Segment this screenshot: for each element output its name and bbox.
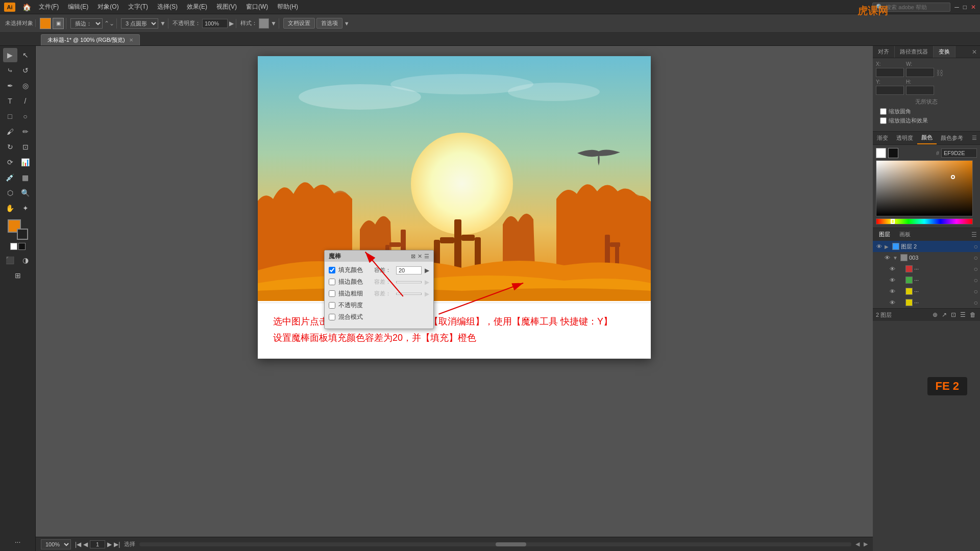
eraser-tool[interactable]: ⬡ (3, 186, 17, 200)
tolerance-increment[interactable]: ▶ (425, 267, 429, 274)
brush-select[interactable]: 3 点圆形 (121, 18, 158, 29)
line-tool[interactable]: / (18, 94, 33, 108)
right-panel-close[interactable]: ✕ (969, 48, 980, 56)
scrollbar-thumb[interactable] (496, 542, 526, 546)
stroke-color-checkbox[interactable] (329, 279, 335, 285)
pencil-tool[interactable]: ✏ (18, 124, 33, 139)
eye-icon-layer2[interactable]: 👁 (875, 243, 883, 249)
artboard-tool[interactable]: ⊞ (11, 268, 25, 283)
select-tool[interactable]: ▶ (3, 48, 17, 62)
layers-tab[interactable]: 图层 (876, 230, 893, 239)
doc-settings-btn[interactable]: 文档设置 (283, 18, 315, 29)
screen-mode-btn[interactable]: ⬛ (3, 253, 17, 267)
layers-menu-btn[interactable]: ☰ (971, 231, 977, 238)
hand-tool[interactable]: ✋ (3, 201, 17, 215)
eyedropper-tool[interactable]: 💉 (3, 170, 17, 185)
anchor-tool[interactable]: ◎ (18, 79, 33, 93)
color-white-swatch[interactable] (876, 148, 886, 158)
scale-tool[interactable]: ⊡ (18, 140, 33, 154)
stroke-color-swatch[interactable]: ▣ (53, 18, 64, 29)
panel-menu-btn[interactable]: ☰ (424, 253, 429, 260)
scale-stroke-checkbox[interactable] (880, 117, 887, 124)
w-input[interactable] (906, 68, 934, 77)
tab-align[interactable]: 对齐 (873, 46, 895, 58)
color-picker-cursor[interactable] (951, 175, 955, 179)
h-scrollbar[interactable] (139, 542, 851, 546)
menu-help[interactable]: 帮助(H) (273, 2, 302, 12)
direct-select-tool[interactable]: ↖ (18, 48, 33, 62)
mode-select[interactable]: 插边： (70, 18, 103, 29)
hue-slider[interactable] (876, 218, 973, 224)
menu-edit[interactable]: 编辑(E) (64, 2, 92, 12)
h-input[interactable] (906, 86, 934, 95)
brush-menu-icon[interactable]: ▼ (160, 20, 166, 27)
layers-settings-btn[interactable]: ☰ (959, 310, 967, 319)
tab-gradient[interactable]: 渐变 (873, 132, 892, 144)
search-bar[interactable]: 🔍 (872, 3, 950, 12)
opacity-input[interactable] (202, 19, 228, 28)
x-input[interactable] (876, 68, 904, 77)
magic-wand-tool[interactable]: ✦ (18, 201, 33, 215)
type-tool[interactable]: T (3, 94, 17, 108)
eye-icon-yellow[interactable]: 👁 (888, 288, 896, 294)
prefs-arrow[interactable]: ▼ (344, 20, 350, 27)
preferences-btn[interactable]: 首选项 (316, 18, 342, 29)
zoom-tool[interactable]: 🔍 (18, 186, 33, 200)
expand-icon-layer2[interactable]: ▶ (885, 244, 891, 249)
layer-row-003[interactable]: 👁 ▼ 003 ○ (873, 252, 980, 263)
document-tab[interactable]: 未标题-1* @ 100% (RGB/预览) ✕ (41, 34, 140, 45)
gradient-tool[interactable]: ▦ (18, 170, 33, 185)
color-spectrum[interactable] (876, 160, 973, 216)
menu-window[interactable]: 窗口(W) (242, 2, 272, 12)
last-page-btn[interactable]: ▶| (114, 541, 120, 548)
canvas-container[interactable]: 魔棒 ⊠ ✕ ☰ 填充颜色 容差： (36, 46, 873, 537)
menu-effect[interactable]: 效果(E) (183, 2, 211, 12)
minimize-icon[interactable]: ─ (954, 4, 959, 11)
tab-transparency[interactable]: 透明度 (892, 132, 917, 144)
new-layer-btn[interactable]: ⊕ (932, 310, 939, 319)
color-panel-menu[interactable]: ☰ (969, 135, 980, 141)
magic-panel-header[interactable]: 魔棒 ⊠ ✕ ☰ (325, 251, 433, 262)
panel-resize-btn[interactable]: ⊠ (411, 253, 415, 260)
tab-close-btn[interactable]: ✕ (129, 37, 133, 43)
close-icon[interactable]: ✕ (971, 4, 976, 11)
menu-file[interactable]: 文件(F) (35, 2, 63, 12)
rect-tool[interactable]: □ (3, 109, 17, 123)
more-tools-btn[interactable]: ··· (11, 535, 25, 549)
fill-color-checkbox[interactable] (329, 267, 335, 273)
blend-tool[interactable]: ⟳ (3, 155, 17, 169)
fill-color-swatch[interactable] (40, 18, 51, 29)
zoom-select[interactable]: 100% (41, 539, 71, 549)
home-icon[interactable]: 🏠 (19, 0, 34, 14)
delete-layer-btn[interactable]: 🗑 (969, 310, 977, 319)
hue-slider-thumb[interactable] (891, 219, 895, 224)
layer-row-green[interactable]: 👁 ··· ○ (873, 274, 980, 286)
scale-corners-checkbox[interactable] (880, 108, 887, 115)
layer-row-red[interactable]: 👁 ··· ○ (873, 263, 980, 274)
blend-mode-checkbox[interactable] (329, 314, 335, 320)
tab-pathfinder[interactable]: 路径查找器 (895, 46, 934, 58)
menu-object[interactable]: 对象(O) (93, 2, 122, 12)
menu-text[interactable]: 文字(T) (124, 2, 152, 12)
expand-icon-003[interactable]: ▼ (893, 255, 899, 261)
ellipse-tool[interactable]: ○ (18, 109, 33, 123)
pen-tool[interactable]: ✒ (3, 79, 17, 93)
rotate-tool[interactable]: ↻ (3, 140, 17, 154)
panel-close-btn[interactable]: ✕ (418, 253, 422, 260)
stroke-width-checkbox[interactable] (329, 290, 335, 297)
opacity-checkbox[interactable] (329, 302, 335, 309)
move-to-artboard-btn[interactable]: ↗ (941, 310, 948, 319)
page-input[interactable] (90, 540, 105, 548)
chart-tool[interactable]: 📊 (18, 155, 33, 169)
artboards-tab[interactable]: 画板 (896, 230, 914, 239)
eye-icon-003[interactable]: 👁 (883, 255, 891, 261)
color-black-swatch[interactable] (888, 148, 898, 158)
maximize-icon[interactable]: □ (963, 4, 967, 11)
color-mode-btn[interactable]: ◑ (18, 253, 33, 267)
first-page-btn[interactable]: |◀ (75, 541, 81, 548)
layer-row-yellow[interactable]: 👁 ··· ○ (873, 286, 980, 297)
black-swatch[interactable] (18, 243, 26, 250)
next-page-btn[interactable]: ▶ (107, 541, 112, 548)
background-color[interactable] (17, 229, 28, 240)
warp-tool[interactable]: ⤷ (3, 63, 17, 78)
